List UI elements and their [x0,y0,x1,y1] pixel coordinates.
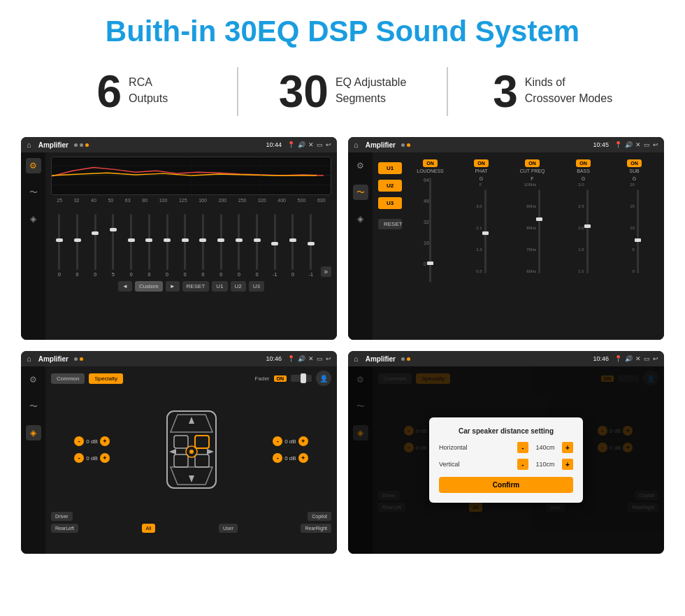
distance-time: 10:46 [593,355,609,362]
fader-main-area: Common Specialty Fader ON 👤 [45,366,337,554]
preset-u1[interactable]: U1 [378,162,402,174]
fader-tab-common[interactable]: Common [51,373,85,384]
cutfreq-title: CUT FREQ [520,169,545,173]
slider-2[interactable]: 0 [69,214,86,277]
eq-prev-btn[interactable]: ◄ [118,281,132,292]
phat-toggle[interactable]: ON [474,159,489,167]
slider-14[interactable]: 0 [284,214,301,277]
preset-u2[interactable]: U2 [378,180,402,192]
svg-rect-7 [174,436,188,448]
eq-sidebar-sound-icon[interactable]: ◈ [26,211,41,227]
freq-125: 125 [179,198,187,203]
distance-home-icon[interactable]: ⌂ [354,354,359,363]
cback-icon[interactable]: ↩ [653,141,658,148]
preset-u3[interactable]: U3 [378,197,402,209]
fr-plus[interactable]: + [298,436,308,446]
slider-10[interactable]: 0 [212,214,229,277]
bass-toggle[interactable]: ON [576,159,591,167]
page-title: Buith-in 30EQ DSP Sound System [0,0,685,60]
eq-u1-btn[interactable]: U1 [212,281,227,292]
slider-5[interactable]: 0 [123,214,140,277]
location-icon: 📍 [287,141,295,148]
slider-1[interactable]: 0 [51,214,68,277]
all-btn[interactable]: All [142,524,156,533]
crossover-dots [401,143,410,147]
eq-u2-btn[interactable]: U2 [231,281,246,292]
rearright-btn[interactable]: RearRight [301,524,331,533]
eq-u3-btn[interactable]: U3 [249,281,264,292]
battery-icon: ▭ [317,141,323,148]
expand-btn[interactable]: » [321,266,332,277]
freq-200: 200 [218,198,226,203]
confirm-button[interactable]: Confirm [439,477,573,493]
fback-icon[interactable]: ↩ [326,355,331,362]
horizontal-plus-btn[interactable]: + [562,442,573,453]
slider-9[interactable]: 0 [195,214,212,277]
slider-7[interactable]: 0 [159,214,175,277]
dspk-icon: 🔊 [625,355,633,362]
eq-graph [51,157,331,195]
fl-plus[interactable]: + [100,436,110,446]
loudness-toggle[interactable]: ON [423,159,438,167]
fader-sidebar-icon3[interactable]: ◈ [26,425,41,440]
cross-sidebar-icon2[interactable]: 〜 [353,185,368,200]
user-btn[interactable]: User [219,524,238,533]
eq-reset-btn[interactable]: RESET [182,281,210,292]
fbat-icon: ▭ [317,355,323,362]
driver-btn[interactable]: Driver [51,512,73,521]
fl-value: 0 dB [86,438,97,445]
fader-dots [74,357,83,361]
slider-3[interactable]: 0 [87,214,103,277]
dot1 [74,143,78,147]
eq-sidebar-wave-icon[interactable]: 〜 [26,185,41,200]
slider-15[interactable]: -1 [303,214,319,277]
slider-12[interactable]: 0 [249,214,266,277]
slider-11[interactable]: 0 [231,214,247,277]
crossover-reset-btn[interactable]: RESET [378,219,402,229]
cutfreq-toggle[interactable]: ON [525,159,540,167]
fr-minus[interactable]: - [273,436,282,446]
fader-home-icon[interactable]: ⌂ [27,354,31,363]
slider-8[interactable]: 0 [177,214,194,277]
cross-sidebar-icon3[interactable]: ◈ [353,211,368,227]
fader-tab-specialty[interactable]: Specialty [89,373,122,384]
fader-screen-content: ⚙ 〜 ◈ Common Specialty Fader ON 👤 [21,366,337,554]
distance-dialog-overlay: Car speaker distance setting Horizontal … [348,366,664,554]
rr-plus[interactable]: + [298,453,308,463]
dialog-title: Car speaker distance setting [439,427,573,435]
vertical-value: 110cm [531,461,559,468]
eq-screen-content: ⚙ 〜 ◈ [21,152,337,340]
eq-controls-bar: ◄ Custom ► RESET U1 U2 U3 [51,281,331,292]
rr-minus[interactable]: - [273,453,282,463]
eq-sidebar-eq-icon[interactable]: ⚙ [26,158,41,173]
rearleft-btn[interactable]: RearLeft [51,524,78,533]
copilot-btn[interactable]: Copilot [308,512,331,521]
dback-icon[interactable]: ↩ [653,355,658,362]
horizontal-minus-btn[interactable]: - [517,442,528,453]
vertical-plus-btn[interactable]: + [562,459,573,470]
rl-plus[interactable]: + [100,453,110,463]
freq-80: 80 [142,198,147,203]
vertical-minus-btn[interactable]: - [517,459,528,470]
slider-4[interactable]: 5 [105,214,122,277]
home-icon[interactable]: ⌂ [27,141,31,149]
cross-sidebar-icon1[interactable]: ⚙ [353,158,368,173]
slider-6[interactable]: 0 [141,214,158,277]
back-icon[interactable]: ↩ [326,141,331,148]
fspk-icon: 🔊 [298,355,305,362]
sub-title: SUB [629,169,639,173]
fdot1 [74,357,78,361]
fader-sidebar-icon1[interactable]: ⚙ [26,372,41,387]
fader-person-icon[interactable]: 👤 [316,371,331,386]
sub-toggle[interactable]: ON [627,159,642,167]
stat-eq: 30 EQ AdjustableSegments [252,69,433,114]
eq-next-btn[interactable]: ► [166,281,180,292]
vertical-stepper: - 110cm + [517,459,573,470]
fl-minus[interactable]: - [74,436,84,446]
eq-custom-btn[interactable]: Custom [135,281,163,292]
fader-sidebar-icon2[interactable]: 〜 [26,399,41,414]
slider-13[interactable]: -1 [266,214,283,277]
rl-minus[interactable]: - [74,453,84,463]
crossover-home-icon[interactable]: ⌂ [354,141,359,149]
distance-dialog: Car speaker distance setting Horizontal … [429,417,583,503]
